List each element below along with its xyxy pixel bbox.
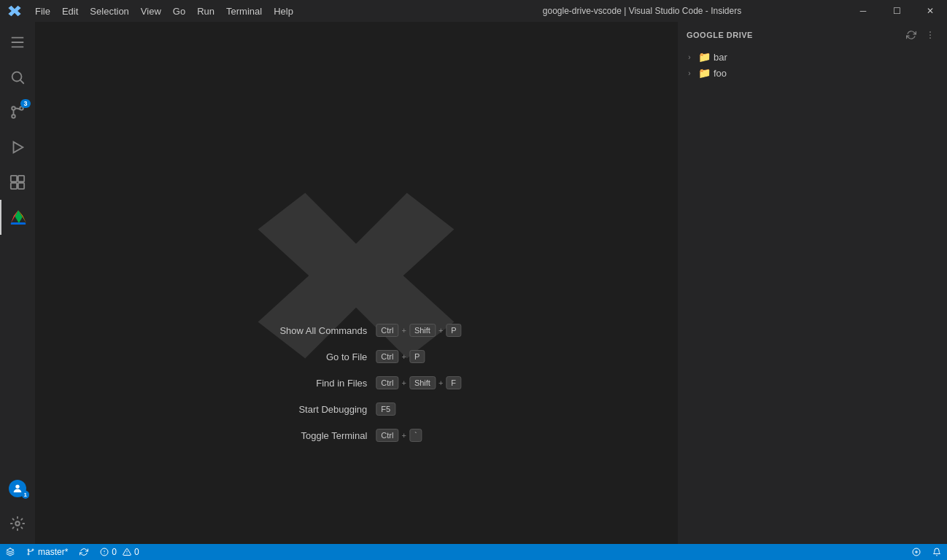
- source-control-badge: 3: [20, 99, 31, 108]
- status-errors[interactable]: 0 0: [94, 544, 144, 560]
- folder-name: bar: [714, 52, 727, 63]
- chevron-icon: ›: [684, 51, 695, 63]
- shortcut-keys: F5: [376, 402, 395, 416]
- shortcut-keys: Ctrl + `: [376, 429, 422, 442]
- svg-point-13: [929, 31, 931, 33]
- status-remote[interactable]: [0, 544, 20, 560]
- activity-search[interactable]: [0, 60, 35, 95]
- panel-title: GOOGLE DRIVE: [687, 31, 753, 39]
- key-ctrl: Ctrl: [376, 429, 398, 442]
- menu-edit[interactable]: Edit: [56, 0, 84, 22]
- folder-icon: 📁: [698, 51, 711, 63]
- key-backtick: `: [409, 429, 422, 442]
- menu-help[interactable]: Help: [268, 0, 299, 22]
- folder-name: foo: [714, 68, 727, 79]
- shortcut-toggle-terminal: Toggle Terminal Ctrl + `: [250, 429, 422, 442]
- key-shift: Shift: [409, 324, 436, 337]
- svg-rect-9: [11, 183, 17, 189]
- vscode-icon: [0, 4, 29, 18]
- key-p: P: [409, 350, 425, 363]
- svg-point-15: [929, 37, 931, 39]
- svg-rect-7: [11, 176, 17, 182]
- menu-bar: File Edit Selection View Go Run Terminal…: [29, 0, 438, 22]
- key-ctrl: Ctrl: [376, 324, 398, 337]
- titlebar: File Edit Selection View Go Run Terminal…: [0, 0, 947, 22]
- menu-selection[interactable]: Selection: [84, 0, 134, 22]
- shortcut-keys: Ctrl + Shift + F: [376, 376, 461, 389]
- shortcut-keys: Ctrl + P: [376, 350, 425, 363]
- svg-point-4: [12, 106, 15, 110]
- activity-extensions[interactable]: [0, 165, 35, 200]
- warning-count: 0: [134, 547, 139, 557]
- status-right: [906, 548, 947, 556]
- panel-actions: [903, 27, 938, 43]
- svg-point-2: [12, 114, 15, 118]
- shortcut-label: Toggle Terminal: [250, 430, 367, 441]
- svg-rect-10: [18, 183, 24, 189]
- svg-line-1: [20, 80, 23, 83]
- activity-avatar[interactable]: 1: [0, 471, 35, 506]
- file-tree: › 📁 bar › 📁 foo: [678, 47, 947, 544]
- maximize-button[interactable]: ☐: [880, 0, 913, 22]
- shortcut-go-to-file: Go to File Ctrl + P: [250, 350, 425, 363]
- shortcut-label: Find in Files: [250, 378, 367, 389]
- window-title: google-drive-vscode | Visual Studio Code…: [438, 6, 846, 16]
- svg-rect-8: [18, 176, 24, 182]
- menu-view[interactable]: View: [135, 0, 167, 22]
- google-drive-panel: GOOGLE DRIVE: [677, 22, 947, 544]
- shortcut-label: Start Debugging: [250, 404, 367, 415]
- editor-area: Show All Commands Ctrl + Shift + P Go to…: [35, 22, 677, 544]
- activity-settings[interactable]: [0, 506, 35, 541]
- key-f5: F5: [376, 402, 395, 416]
- branch-name: master*: [38, 547, 68, 557]
- folder-icon: 📁: [698, 67, 711, 79]
- close-button[interactable]: ✕: [913, 0, 947, 22]
- svg-point-22: [104, 553, 105, 554]
- key-ctrl: Ctrl: [376, 376, 398, 389]
- content-area: Show All Commands Ctrl + Shift + P Go to…: [35, 22, 947, 544]
- activity-source-control[interactable]: 3: [0, 95, 35, 130]
- activity-debug[interactable]: [0, 130, 35, 165]
- activity-google-drive[interactable]: [0, 200, 35, 235]
- activity-bar: 3: [0, 22, 35, 544]
- chevron-icon: ›: [684, 67, 695, 79]
- shortcut-label: Show All Commands: [250, 325, 367, 336]
- menu-file[interactable]: File: [29, 0, 56, 22]
- menu-terminal[interactable]: Terminal: [220, 0, 268, 22]
- window-controls: ─ ☐ ✕: [846, 0, 947, 22]
- error-count: 0: [112, 547, 117, 557]
- tree-item-bar[interactable]: › 📁 bar: [678, 49, 947, 65]
- shortcut-start-debugging: Start Debugging F5: [250, 402, 395, 416]
- svg-point-17: [28, 549, 29, 551]
- svg-point-14: [929, 34, 931, 36]
- avatar-badge: 1: [22, 491, 29, 499]
- activity-bottom: 1: [0, 471, 35, 544]
- svg-point-24: [127, 553, 128, 554]
- status-branch[interactable]: master*: [20, 544, 74, 560]
- status-remote-icon[interactable]: [906, 548, 927, 556]
- status-left: master* 0 0: [0, 544, 145, 560]
- shortcut-keys: Ctrl + Shift + P: [376, 324, 461, 337]
- key-f: F: [446, 376, 461, 389]
- menu-go[interactable]: Go: [167, 0, 191, 22]
- svg-point-16: [28, 553, 29, 555]
- panel-header: GOOGLE DRIVE: [678, 22, 947, 47]
- svg-point-11: [15, 485, 19, 489]
- menu-run[interactable]: Run: [191, 0, 220, 22]
- main-area: 3: [0, 22, 947, 544]
- refresh-button[interactable]: [903, 27, 919, 43]
- minimize-button[interactable]: ─: [846, 0, 880, 22]
- user-avatar: 1: [9, 480, 26, 497]
- svg-point-18: [32, 549, 34, 551]
- more-actions-button[interactable]: [922, 27, 938, 43]
- status-sync[interactable]: [74, 544, 94, 560]
- activity-explorer[interactable]: [0, 25, 35, 60]
- shortcut-find-in-files: Find in Files Ctrl + Shift + F: [250, 376, 461, 389]
- status-bar: master* 0 0: [0, 544, 947, 560]
- tree-item-foo[interactable]: › 📁 foo: [678, 65, 947, 81]
- shortcut-label: Go to File: [250, 351, 367, 362]
- key-shift: Shift: [409, 376, 436, 389]
- shortcuts-panel: Show All Commands Ctrl + Shift + P Go to…: [250, 324, 461, 442]
- status-notifications[interactable]: [927, 548, 947, 556]
- key-ctrl: Ctrl: [376, 350, 398, 363]
